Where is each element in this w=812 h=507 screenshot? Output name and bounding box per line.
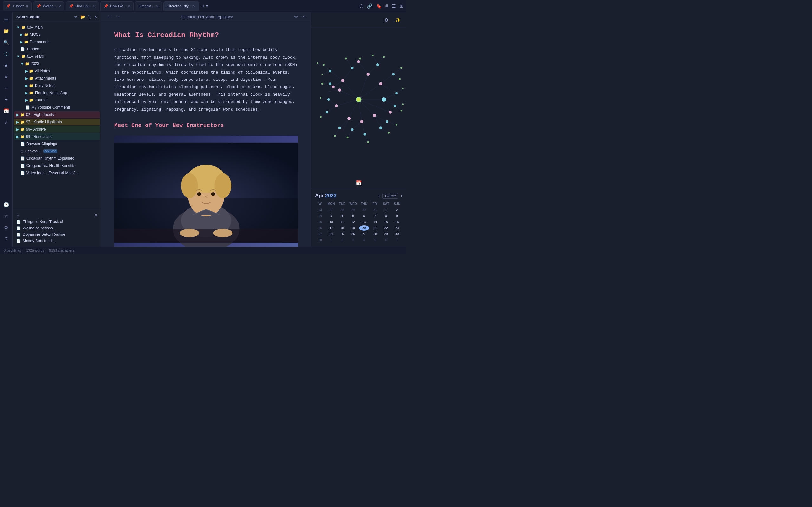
cal-day-mar30[interactable]: 30 bbox=[359, 207, 369, 213]
cal-day-27[interactable]: 27 bbox=[359, 231, 369, 237]
cal-day-8[interactable]: 8 bbox=[381, 213, 392, 219]
settings-btn[interactable]: ⚙ bbox=[382, 15, 391, 24]
new-note-icon[interactable]: ✏ bbox=[74, 14, 78, 19]
cal-day-11[interactable]: 11 bbox=[337, 219, 347, 225]
help-icon[interactable]: ? bbox=[1, 234, 11, 244]
bookmark-item-things[interactable]: 📄 Things to Keep Track of bbox=[13, 219, 101, 225]
layout-icon[interactable]: ⊞ bbox=[400, 3, 403, 9]
menu-icon[interactable]: ☰ bbox=[392, 3, 396, 9]
sidebar-toggle-icon[interactable]: ☰ bbox=[1, 14, 11, 25]
tab-close-btn[interactable]: ✕ bbox=[93, 4, 96, 8]
cal-day-16[interactable]: 16 bbox=[392, 219, 402, 225]
cal-day-mar28[interactable]: 28 bbox=[337, 207, 347, 213]
sidebar-item-browser-clippings[interactable]: 📄 Browser Clippings bbox=[14, 140, 100, 147]
starred-icon[interactable]: ★ bbox=[1, 60, 11, 70]
search-icon[interactable]: 🔍 bbox=[1, 38, 11, 48]
wand-btn[interactable]: ✨ bbox=[393, 15, 402, 24]
cal-day-7[interactable]: 7 bbox=[370, 213, 380, 219]
backlinks-status[interactable]: 0 backlinks bbox=[4, 248, 21, 252]
calendar-tool-icon[interactable]: 📅 bbox=[311, 177, 406, 189]
forward-btn[interactable]: → bbox=[115, 14, 120, 20]
sidebar-item-circadian[interactable]: 📄 Circadian Rhythm Explained bbox=[14, 155, 100, 162]
sidebar-item-canvas1[interactable]: ⊞ Canvas 1 CANVAS bbox=[14, 148, 100, 155]
cal-day-may2[interactable]: 2 bbox=[337, 237, 347, 243]
tab-add-btn[interactable]: + ▾ bbox=[202, 3, 208, 9]
sidebar-item-index[interactable]: 📄 + Index bbox=[14, 46, 100, 53]
sidebar-item-journal[interactable]: ▶ 📁 Journal bbox=[14, 97, 100, 104]
clock-icon[interactable]: 🕐 bbox=[1, 200, 11, 210]
calendar-icon[interactable]: 📅 bbox=[1, 106, 11, 116]
graph-icon[interactable]: ⬡ bbox=[359, 3, 363, 9]
tag-icon[interactable]: # bbox=[386, 3, 388, 9]
cal-day-14[interactable]: 14 bbox=[370, 219, 380, 225]
sort-bookmarks-icon[interactable]: ⇅ bbox=[95, 213, 97, 217]
editor-content[interactable]: What Is Circadian Rhythm? Circadian rhyt… bbox=[101, 22, 311, 246]
tab-how-gv1[interactable]: 📌 How GV... ✕ bbox=[66, 1, 99, 11]
back-btn[interactable]: ← bbox=[107, 14, 112, 20]
cal-day-2[interactable]: 2 bbox=[392, 207, 402, 213]
sidebar-item-resources[interactable]: ▶ 📁 99– Resources bbox=[14, 133, 100, 140]
new-folder-icon[interactable]: 📂 bbox=[80, 14, 85, 19]
graph-container[interactable] bbox=[311, 28, 406, 177]
graph-view-icon[interactable]: ⬡ bbox=[1, 49, 11, 59]
tab-close-btn[interactable]: ✕ bbox=[193, 4, 196, 8]
backlinks-icon[interactable]: ← bbox=[1, 83, 11, 93]
cal-day-1[interactable]: 1 bbox=[381, 207, 392, 213]
tab-close-btn[interactable]: ✕ bbox=[128, 4, 130, 8]
sidebar-item-oregano[interactable]: 📄 Oregano Tea Health Benefits bbox=[14, 162, 100, 169]
cal-day-9[interactable]: 9 bbox=[392, 213, 402, 219]
sidebar-item-fleeting[interactable]: ▶ 📁 Fleeting Notes App bbox=[14, 89, 100, 96]
edit-icon[interactable]: ✏ bbox=[294, 14, 298, 19]
cal-day-6[interactable]: 6 bbox=[359, 213, 369, 219]
cal-day-12[interactable]: 12 bbox=[348, 219, 358, 225]
more-options-icon[interactable]: ⋯ bbox=[301, 14, 306, 19]
cal-day-24[interactable]: 24 bbox=[326, 231, 337, 237]
cal-day-mar29[interactable]: 29 bbox=[348, 207, 358, 213]
tag-panel-icon[interactable]: # bbox=[1, 72, 11, 82]
sidebar-item-video-idea[interactable]: 📄 Video Idea – Essential Mac A... bbox=[14, 170, 100, 176]
sidebar-item-main[interactable]: ▼ 📁 00– Main bbox=[14, 24, 100, 31]
tab-index[interactable]: 📌 + Index ✕ bbox=[3, 1, 32, 11]
cal-day-23[interactable]: 23 bbox=[392, 225, 402, 231]
cal-day-10[interactable]: 10 bbox=[326, 219, 337, 225]
cal-day-may1[interactable]: 1 bbox=[326, 237, 337, 243]
cal-day-20-today[interactable]: 20 bbox=[359, 225, 369, 231]
cal-day-3[interactable]: 3 bbox=[326, 213, 337, 219]
sidebar-item-attachments[interactable]: ▶ 📁 Attachments bbox=[14, 75, 100, 82]
cal-day-mar27[interactable]: 27 bbox=[326, 207, 337, 213]
bookmark-item-dopamine[interactable]: 📄 Dopamine Detox Routine bbox=[13, 231, 101, 238]
star-icon[interactable]: ☆ bbox=[1, 211, 11, 221]
tab-wellbe[interactable]: 📌 Wellbe... ✕ bbox=[33, 1, 64, 11]
sidebar-item-daily-notes[interactable]: ▶ 📁 Daily Notes bbox=[14, 82, 100, 89]
cal-day-13[interactable]: 13 bbox=[359, 219, 369, 225]
cal-day-21[interactable]: 21 bbox=[370, 225, 380, 231]
cal-day-18[interactable]: 18 bbox=[337, 225, 347, 231]
link-icon[interactable]: 🔗 bbox=[367, 3, 372, 9]
outline-icon[interactable]: ≡ bbox=[1, 95, 11, 105]
bookmark-icon[interactable]: 🔖 bbox=[376, 3, 382, 9]
bookmark-item-money[interactable]: 📄 Money Sent to IH.. bbox=[13, 238, 101, 244]
sidebar-item-youtube[interactable]: 📄 My Youtube Comments bbox=[14, 104, 100, 111]
prev-month-btn[interactable]: ‹ bbox=[378, 193, 380, 198]
sidebar-item-permanent[interactable]: ▶ 📁 Permanent bbox=[14, 38, 100, 45]
cal-day-19[interactable]: 19 bbox=[348, 225, 358, 231]
file-explorer-icon[interactable]: 📁 bbox=[1, 26, 11, 36]
sidebar-item-mocs[interactable]: ▶ 📁 MOCs bbox=[14, 31, 100, 38]
tab-how-gv2[interactable]: 📌 How GV... ✕ bbox=[100, 1, 134, 11]
cal-day-29[interactable]: 29 bbox=[381, 231, 392, 237]
tab-circadian-rhy[interactable]: Circadian Rhy... ✕ bbox=[163, 1, 199, 11]
sidebar-item-all-notes[interactable]: ▶ 📁 All Notes bbox=[14, 67, 100, 74]
tab-circadia[interactable]: Circadia... ✕ bbox=[135, 1, 162, 11]
cal-day-may7[interactable]: 7 bbox=[392, 237, 402, 243]
cal-day-may3[interactable]: 3 bbox=[348, 237, 358, 243]
cal-day-30[interactable]: 30 bbox=[392, 231, 402, 237]
sidebar-item-years[interactable]: ▼ 📁 01– Years bbox=[14, 53, 100, 60]
cal-day-may5[interactable]: 5 bbox=[370, 237, 380, 243]
cal-day-15[interactable]: 15 bbox=[381, 219, 392, 225]
next-month-btn[interactable]: › bbox=[401, 193, 402, 198]
sidebar-item-high-priority[interactable]: ▶ 📁 02– High Priority bbox=[14, 111, 100, 118]
cal-day-28[interactable]: 28 bbox=[370, 231, 380, 237]
sidebar-item-2023[interactable]: ▼ 📁 2023 bbox=[14, 60, 100, 67]
cal-day-17[interactable]: 17 bbox=[326, 225, 337, 231]
tab-close-btn[interactable]: ✕ bbox=[156, 4, 159, 8]
